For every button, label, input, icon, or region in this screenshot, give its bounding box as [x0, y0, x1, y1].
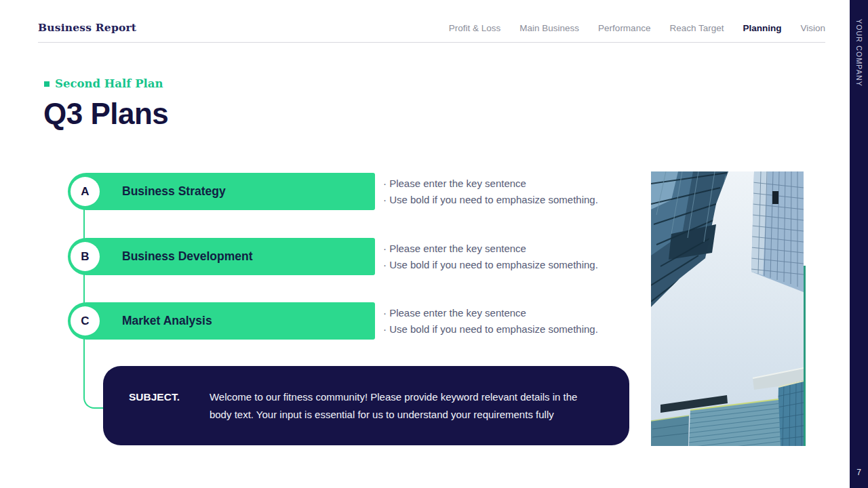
- plan-title: Market Analysis: [122, 302, 212, 340]
- plan-notes: · Please enter the key sentence · Use bo…: [383, 305, 598, 338]
- plan-banner: C Market Analysis: [68, 302, 375, 340]
- letter-badge: B: [71, 242, 100, 271]
- brand-title: Business Report: [38, 21, 136, 34]
- subject-body: Welcome to our fitness community! Please…: [210, 388, 599, 423]
- top-nav: Profit & Loss Main Business Performance …: [449, 23, 825, 33]
- plan-notes: · Please enter the key sentence · Use bo…: [383, 241, 598, 273]
- nav-item-profit-loss[interactable]: Profit & Loss: [449, 23, 501, 33]
- plan-note-line: · Use bold if you need to emphasize some…: [383, 257, 598, 273]
- letter-badge: A: [71, 177, 100, 206]
- letter-badge-label: A: [81, 185, 89, 199]
- slide-page: Business Report Profit & Loss Main Busin…: [0, 0, 868, 488]
- nav-item-vision[interactable]: Vision: [800, 23, 825, 33]
- nav-item-reach-target[interactable]: Reach Target: [669, 23, 724, 33]
- nav-item-planning[interactable]: Planning: [743, 23, 781, 33]
- header-divider: [38, 42, 825, 43]
- skyscraper-photo: [651, 171, 804, 446]
- plan-banner: A Business Strategy: [68, 173, 375, 210]
- plan-note-line: · Please enter the key sentence: [383, 241, 598, 257]
- letter-badge-label: B: [81, 250, 89, 264]
- bullet-square-icon: [44, 81, 50, 87]
- eyebrow-label: Second Half Plan: [55, 77, 163, 90]
- page-title: Q3 Plans: [43, 97, 168, 131]
- plan-notes: · Please enter the key sentence · Use bo…: [383, 176, 598, 208]
- nav-item-performance[interactable]: Performance: [598, 23, 650, 33]
- section-eyebrow: Second Half Plan: [44, 77, 163, 90]
- plan-note-line: · Please enter the key sentence: [383, 176, 598, 192]
- side-rail: YOUR COMPANY 7: [850, 0, 868, 488]
- plan-note-line: · Use bold if you need to emphasize some…: [383, 192, 598, 208]
- nav-item-main-business[interactable]: Main Business: [519, 23, 579, 33]
- photo-accent-line: [804, 266, 806, 446]
- company-label: YOUR COMPANY: [855, 19, 863, 87]
- letter-badge: C: [71, 306, 100, 336]
- subject-box: SUBJECT. Welcome to our fitness communit…: [103, 366, 629, 445]
- skyscraper-photo-graphic: [651, 171, 804, 446]
- page-number: 7: [850, 468, 868, 477]
- letter-badge-label: C: [81, 314, 89, 328]
- plan-note-line: · Use bold if you need to emphasize some…: [383, 321, 598, 338]
- plan-note-line: · Please enter the key sentence: [383, 305, 598, 321]
- plan-title: Business Development: [122, 238, 253, 275]
- plan-title: Business Strategy: [122, 173, 226, 210]
- subject-label: SUBJECT.: [129, 388, 180, 405]
- plan-banner: B Business Development: [68, 238, 375, 275]
